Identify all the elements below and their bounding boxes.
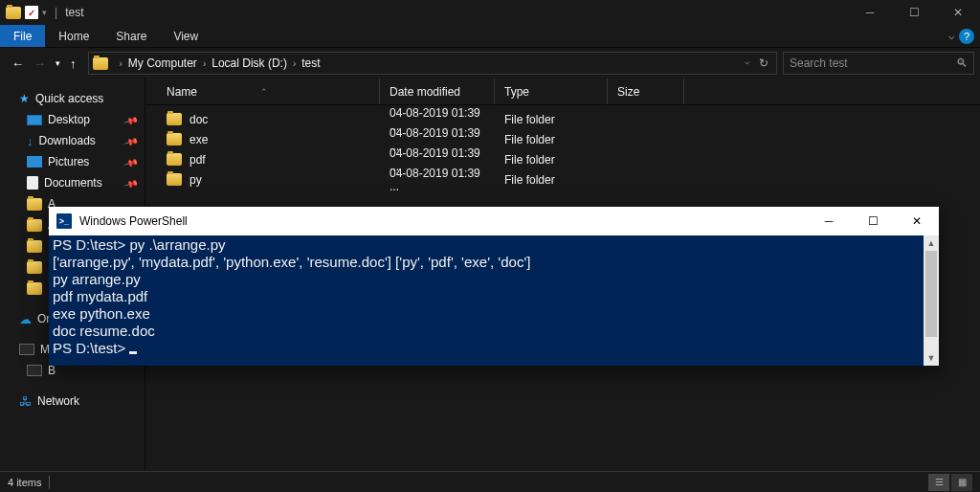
column-date[interactable]: Date modified (380, 78, 495, 104)
folder-icon (167, 133, 182, 145)
status-divider (49, 476, 50, 489)
view-details-button[interactable]: ☰ (928, 474, 949, 491)
title-separator: | (55, 6, 57, 19)
sidebar-item-label: Documents (44, 176, 102, 190)
maximize-button[interactable]: ☐ (892, 0, 936, 25)
breadcrumb[interactable]: › My Computer › Local Disk (D:) › test ⌵… (88, 52, 778, 75)
ribbon-collapse-icon[interactable]: ⌵ (948, 30, 955, 42)
ribbon-home[interactable]: Home (45, 25, 102, 47)
status-bar: 4 items ☰ ▦ (0, 471, 980, 492)
powershell-titlebar[interactable]: >_ Windows PowerShell ─ ☐ ✕ (49, 207, 939, 235)
breadcrumb-folder[interactable]: test (301, 56, 320, 70)
table-row[interactable]: exe04-08-2019 01:39 ...File folder (145, 129, 980, 149)
documents-icon (27, 176, 38, 190)
download-icon: ↓ (27, 134, 33, 148)
star-icon: ★ (19, 92, 30, 105)
folder-icon (6, 7, 21, 19)
ps-close-button[interactable]: ✕ (895, 207, 939, 235)
column-headers: Name⌃ Date modified Type Size (145, 78, 980, 105)
sidebar-item-label: Network (37, 394, 79, 408)
chevron-right-icon[interactable]: › (120, 58, 122, 69)
file-type: File folder (495, 113, 608, 126)
sidebar-desktop[interactable]: Desktop📌 (0, 109, 145, 130)
powershell-text: PS D:\test> py .\arrange.py ['arrange.py… (53, 236, 530, 356)
file-type: File folder (495, 173, 608, 187)
pictures-icon (27, 156, 42, 168)
file-type: File folder (495, 133, 608, 146)
folder-icon (167, 173, 182, 186)
search-placeholder: Search test (790, 56, 848, 70)
sort-indicator-icon: ⌃ (260, 87, 268, 97)
folder-icon (27, 261, 42, 274)
folder-icon (27, 219, 42, 232)
sidebar-item-label: Quick access (35, 92, 103, 105)
file-type: File folder (495, 153, 608, 167)
refresh-icon[interactable]: ↻ (759, 56, 768, 70)
ribbon-view[interactable]: View (160, 25, 212, 47)
column-name[interactable]: Name⌃ (145, 78, 380, 104)
sidebar-quick-access[interactable]: ★Quick access (0, 88, 145, 109)
powershell-icon: >_ (56, 213, 72, 229)
file-name: pdf (189, 153, 206, 167)
sidebar-pictures[interactable]: Pictures📌 (0, 151, 145, 172)
window-title: test (65, 6, 83, 19)
pc-icon (27, 365, 42, 376)
explorer-titlebar: ✓ ▾ | test ─ ☐ ✕ (0, 0, 980, 25)
column-size[interactable]: Size (608, 78, 684, 104)
sidebar-item-label: B (48, 364, 56, 377)
powershell-title: Windows PowerShell (79, 214, 188, 228)
file-name: doc (189, 113, 208, 126)
address-bar: ← → ▾ ↑ › My Computer › Local Disk (D:) … (0, 48, 980, 78)
chevron-right-icon[interactable]: › (203, 58, 206, 69)
folder-icon (27, 240, 42, 253)
breadcrumb-disk[interactable]: Local Disk (D:) (212, 56, 287, 70)
column-type[interactable]: Type (495, 78, 608, 104)
minimize-button[interactable]: ─ (848, 0, 892, 25)
scroll-down-icon[interactable]: ▼ (924, 350, 939, 366)
powershell-window[interactable]: >_ Windows PowerShell ─ ☐ ✕ PS D:\test> … (49, 207, 939, 366)
nav-forward-icon: → (33, 56, 46, 71)
help-icon[interactable]: ? (959, 29, 974, 44)
search-input[interactable]: Search test 🔍︎ (783, 52, 974, 75)
powershell-scrollbar[interactable]: ▲ ▼ (924, 235, 939, 366)
ribbon-share[interactable]: Share (102, 25, 160, 47)
sidebar-documents[interactable]: Documents📌 (0, 172, 145, 193)
ribbon-file[interactable]: File (0, 25, 45, 47)
close-button[interactable]: ✕ (936, 0, 980, 25)
status-item-count: 4 items (8, 477, 41, 488)
scroll-up-icon[interactable]: ▲ (924, 235, 939, 251)
sidebar-item-label: Desktop (48, 113, 90, 126)
file-name: py (189, 173, 202, 187)
properties-icon[interactable]: ✓ (25, 6, 38, 19)
ps-maximize-button[interactable]: ☐ (851, 207, 895, 235)
table-row[interactable]: doc04-08-2019 01:39 ...File folder (145, 109, 980, 129)
pin-icon: 📌 (123, 175, 139, 190)
search-icon[interactable]: 🔍︎ (956, 56, 968, 70)
expand-icon[interactable]: ▾ (42, 8, 47, 17)
sidebar-network[interactable]: 🖧Network (0, 391, 145, 412)
desktop-icon (27, 115, 42, 125)
table-row[interactable]: pdf04-08-2019 01:39 ...File folder (145, 149, 980, 169)
breadcrumb-folder-icon (93, 57, 108, 70)
network-icon: 🖧 (19, 394, 32, 409)
sidebar-downloads[interactable]: ↓Downloads📌 (0, 130, 145, 151)
nav-recent-icon[interactable]: ▾ (56, 58, 60, 68)
pin-icon: 📌 (123, 154, 139, 169)
nav-back-icon[interactable]: ← (11, 56, 24, 71)
scroll-thumb[interactable] (925, 251, 937, 337)
sidebar-item-label: Downloads (39, 134, 96, 147)
table-row[interactable]: py04-08-2019 01:39 ...File folder (145, 169, 980, 190)
cloud-icon: ☁ (19, 312, 32, 326)
chevron-right-icon[interactable]: › (293, 58, 296, 69)
file-date: 04-08-2019 01:39 ... (380, 167, 495, 193)
folder-icon (27, 282, 42, 295)
sidebar-item-label: Pictures (48, 155, 89, 168)
ps-minimize-button[interactable]: ─ (807, 207, 851, 235)
breadcrumb-dropdown-icon[interactable]: ⌵ (745, 56, 749, 70)
folder-icon (167, 153, 182, 166)
powershell-output[interactable]: PS D:\test> py .\arrange.py ['arrange.py… (49, 235, 939, 360)
pc-icon (19, 344, 34, 355)
nav-up-icon[interactable]: ↑ (70, 56, 77, 71)
breadcrumb-root[interactable]: My Computer (128, 56, 197, 70)
view-icons-button[interactable]: ▦ (951, 474, 972, 491)
